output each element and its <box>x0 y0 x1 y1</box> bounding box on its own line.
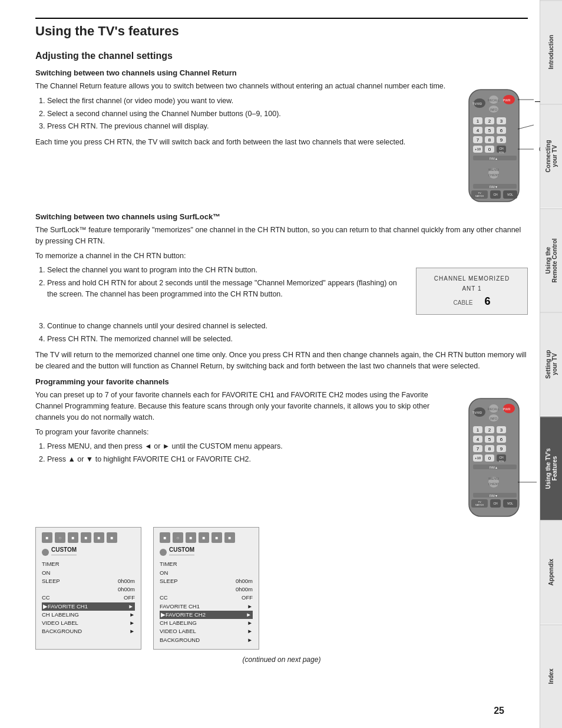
channel-return-follow: Each time you press CH RTN, the TV will … <box>35 137 454 148</box>
menu-item-row: 0h00m <box>42 585 135 594</box>
menu-item: ► <box>130 619 135 627</box>
svg-text:SAT/CH: SAT/CH <box>475 503 484 506</box>
section-heading: Adjusting the channel settings <box>35 51 528 61</box>
menu-item: OFF <box>124 594 135 602</box>
step-item: Continue to change channels until your d… <box>47 321 528 332</box>
svg-text:SAT/CH: SAT/CH <box>475 195 484 197</box>
svg-text:TV/VID: TV/VID <box>472 102 482 106</box>
menu-icon: ■ <box>160 532 170 543</box>
menu-item-row: ON <box>160 569 253 577</box>
menu-item: 0h00m <box>118 577 135 585</box>
svg-text:PWR: PWR <box>503 407 511 411</box>
menu-item: SLEEP <box>160 577 178 585</box>
menu-item-row: TIMER <box>160 560 253 568</box>
surflock-follow: The TV will return to the memorized chan… <box>35 350 528 372</box>
menu-screen-2: ■ ○ ■ ■ ■ ■ CUSTOM TIMER ON <box>153 527 259 650</box>
menu-icon: ■ <box>199 532 209 543</box>
svg-text:6: 6 <box>500 128 503 133</box>
sidebar-tab-index[interactable]: Index <box>540 624 562 728</box>
menu-icons-row-2: ■ ○ ■ ■ ■ ■ <box>160 532 253 543</box>
remote-1-svg: TV/VID RECALL PWR INFO 1 2 3 4 5 <box>463 87 528 205</box>
svg-text:+10: +10 <box>475 147 481 151</box>
svg-text:2: 2 <box>488 118 491 124</box>
page-title: Using the TV's features <box>35 18 528 39</box>
sidebar-tab-setting-up[interactable]: Setting upyour TV <box>540 312 562 416</box>
svg-text:0: 0 <box>488 147 491 152</box>
svg-text:1: 1 <box>477 118 480 124</box>
favorites-content: You can preset up to 7 of your favorite … <box>35 390 528 521</box>
menu-icon: ○ <box>55 532 65 543</box>
svg-text:RTN: RTN <box>499 151 504 154</box>
sidebar-tab-connecting[interactable]: Connectingyour TV <box>540 104 562 207</box>
menu-item: ► <box>247 602 253 611</box>
channel-return-content: The Channel Return feature allows you to… <box>35 81 528 206</box>
menu-item: ► <box>246 611 252 619</box>
svg-text:FAV▲: FAV▲ <box>490 466 498 469</box>
menu-title-1: CUSTOM <box>51 546 77 555</box>
step-item: Press CH RTN. The memorized channel will… <box>47 334 528 345</box>
svg-text:2: 2 <box>488 427 491 433</box>
menu-item: TIMER <box>160 560 177 568</box>
menu-item: FAVORITE CH1 <box>160 602 200 611</box>
menu-icon: ■ <box>42 532 52 543</box>
menu-item-row: CH LABELING ► <box>42 611 135 619</box>
svg-text:CH: CH <box>493 502 498 505</box>
svg-text:5: 5 <box>488 437 491 442</box>
favorites-intro: To program your favorite channels: <box>35 427 454 438</box>
svg-text:INFO: INFO <box>490 417 497 420</box>
menu-item: SLEEP <box>42 577 60 585</box>
svg-text:1: 1 <box>477 427 480 433</box>
menu-item: VIDEO LABEL <box>42 619 78 627</box>
menu-icon: ○ <box>173 532 183 543</box>
osd-box: CHANNEL MEMORIZED ANT 1 CABLE 6 <box>416 268 528 315</box>
remote-2-svg: TV/VID RECALL PWR INFO 1 2 3 4 5 <box>463 396 528 519</box>
menu-item-row: BACKGROUND ► <box>160 636 253 644</box>
svg-text:VOL: VOL <box>507 502 513 505</box>
step-item: Press and hold CH RTN for about 2 second… <box>47 278 407 300</box>
svg-text:CH/ENT: CH/ENT <box>488 482 500 486</box>
sidebar-tab-features[interactable]: Using the TV'sFeatures <box>540 416 562 520</box>
menu-item-row: VIDEO LABEL ► <box>160 627 253 635</box>
surflock-text: Select the channel you want to program i… <box>35 265 407 315</box>
menu-screenshots: ■ ○ ■ ■ ■ ■ CUSTOM TIMER ON <box>35 527 528 650</box>
remote-1-container: TV/VID RECALL PWR INFO 1 2 3 4 5 <box>463 87 528 206</box>
svg-text:RECALL: RECALL <box>488 407 500 411</box>
menu-icons-row-1: ■ ○ ■ ■ ■ ■ <box>42 532 135 543</box>
menu-item-row: SLEEP 0h00m <box>160 577 253 585</box>
svg-text:CH/ENT: CH/ENT <box>488 173 500 177</box>
menu-title-2: CUSTOM <box>169 546 194 555</box>
osd-line2: ANT 1 <box>462 285 481 292</box>
step-item: Press MENU, and then press ◄ or ► until … <box>47 441 454 452</box>
menu-item-row: TIMER <box>42 560 135 568</box>
step-item: Press CH RTN. The previous channel will … <box>47 121 454 132</box>
sidebar-tab-remote[interactable]: Using theRemote Control <box>540 208 562 312</box>
surflock-content: Select the channel you want to program i… <box>35 265 528 315</box>
menu-icon: ■ <box>81 532 91 543</box>
menu-item: ► <box>130 611 135 619</box>
menu-item: OFF <box>242 594 253 602</box>
menu-icon: ■ <box>211 532 222 543</box>
menu-item-row: VIDEO LABEL ► <box>42 619 135 627</box>
menu-item-favorite-ch2: ▶FAVORITE CH2 <box>161 611 206 619</box>
menu-icon: ■ <box>186 532 196 543</box>
svg-text:RECALL: RECALL <box>488 98 500 102</box>
surflock-steps-cont: Continue to change channels until your d… <box>47 321 528 345</box>
step-item: Select a second channel using the Channe… <box>47 108 454 120</box>
menu-icon: ■ <box>224 532 235 543</box>
svg-text:5: 5 <box>488 128 491 133</box>
menu-item: TIMER <box>42 560 59 568</box>
osd-line1: CHANNEL MEMORIZED <box>434 275 510 282</box>
step-item: Select the channel you want to program i… <box>47 265 407 276</box>
sidebar-tab-introduction[interactable]: Introduction <box>540 0 562 104</box>
menu-item-row: CH LABELING ► <box>160 619 253 627</box>
menu-sub-row-2: CUSTOM <box>160 546 253 558</box>
menu-item: ► <box>247 636 253 644</box>
continued-text: (continued on next page) <box>35 655 528 664</box>
menu-item-row: SLEEP 0h00m <box>42 577 135 585</box>
svg-text:VOL: VOL <box>507 193 513 196</box>
svg-text:7: 7 <box>477 446 480 452</box>
menu-item-favorite-ch1: ▶FAVORITE CH1 <box>43 602 88 611</box>
svg-text:CH: CH <box>499 456 504 459</box>
sidebar-tab-appendix[interactable]: Appendix <box>540 520 562 624</box>
surflock-steps: Select the channel you want to program i… <box>47 265 407 299</box>
